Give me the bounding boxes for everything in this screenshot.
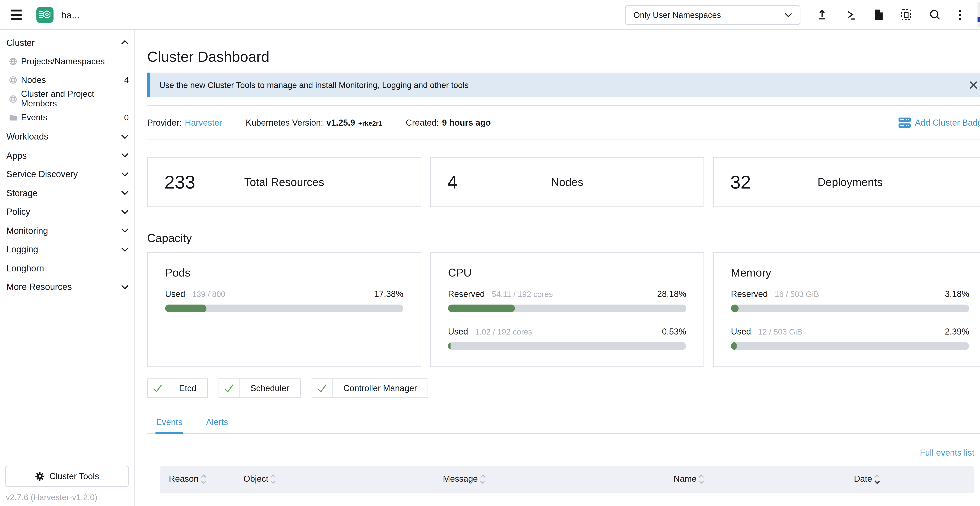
sidebar-item-events[interactable]: Events 0	[0, 108, 134, 127]
progress-fill	[731, 304, 738, 312]
sidebar-group-label: Logging	[6, 244, 38, 255]
nodes-card: 4 Nodes	[430, 158, 704, 207]
memory-reserved-metric: Reserved 16 / 503 GiB 3.18%	[731, 289, 969, 312]
memory-used-metric: Used 12 / 503 GiB 2.39%	[731, 327, 969, 350]
metric-percent: 3.18%	[945, 289, 969, 299]
column-header-date[interactable]: Date	[854, 474, 880, 484]
sidebar-group-logging[interactable]: Logging	[0, 240, 134, 259]
search-icon[interactable]	[929, 9, 940, 21]
user-avatar[interactable]	[977, 2, 980, 27]
sidebar-group-apps[interactable]: Apps	[0, 146, 134, 165]
kebab-menu-icon[interactable]	[958, 9, 962, 20]
metric-detail: 1.02 / 192 cores	[475, 328, 532, 336]
close-icon[interactable]	[969, 81, 977, 89]
provider-link[interactable]: Harvester	[185, 118, 222, 127]
capacity-section-title: Capacity	[147, 232, 980, 245]
created-label: Created:	[406, 118, 439, 127]
version-text: v2.7.6 (Harvester-v1.2.0)	[6, 492, 97, 502]
sidebar-item-nodes[interactable]: Nodes 4	[0, 71, 134, 89]
column-label: Reason	[169, 474, 199, 484]
metric-percent: 2.39%	[945, 327, 969, 336]
sidebar-item-longhorn[interactable]: Longhorn	[0, 259, 134, 277]
sidebar-group-label: Apps	[6, 150, 27, 160]
progress-fill	[165, 304, 207, 312]
deployments-card: 32 Deployments	[713, 158, 980, 207]
metric-percent: 17.38%	[374, 289, 403, 299]
metric-label: Used	[731, 327, 751, 336]
sidebar-group-label: Storage	[6, 188, 38, 198]
total-resources-label: Total Resources	[148, 176, 421, 189]
cluster-tools-button[interactable]: Cluster Tools	[5, 466, 129, 487]
sort-icon	[698, 474, 704, 484]
sidebar-group-service-discovery[interactable]: Service Discovery	[0, 165, 134, 183]
progress-bar	[165, 304, 403, 312]
cluster-name[interactable]: ha...	[61, 9, 80, 20]
chevron-down-icon	[121, 172, 129, 177]
pods-used-metric: Used 139 / 800 17.38%	[165, 289, 403, 312]
metric-label: Used	[448, 327, 468, 336]
info-banner: Use the new Cluster Tools to manage and …	[147, 73, 980, 97]
tab-alerts[interactable]: Alerts	[206, 413, 228, 433]
chevron-down-icon	[121, 210, 129, 214]
chevron-down-icon	[121, 247, 129, 251]
metric-percent: 28.18%	[657, 289, 686, 299]
kubeconfig-icon[interactable]	[901, 9, 911, 21]
cpu-capacity-card: CPU Reserved 54.11 / 192 cores 28.18% Us…	[430, 252, 704, 367]
sidebar-group-label: Longhorn	[6, 263, 44, 273]
column-header-name[interactable]: Name	[674, 474, 854, 484]
kubernetes-version-info: Kubernetes Version: v1.25.9 +rke2r1	[246, 118, 382, 127]
sidebar-group-label: Monitoring	[6, 225, 48, 235]
globe-icon	[9, 57, 17, 65]
column-header-object[interactable]: Object	[243, 474, 443, 484]
kubectl-shell-icon[interactable]	[846, 9, 856, 20]
column-label: Name	[674, 474, 697, 484]
events-section: Events Alerts Full events list Reason Ob…	[147, 413, 980, 492]
full-events-list-link[interactable]: Full events list	[920, 448, 974, 458]
sidebar-group-label: Policy	[6, 207, 30, 217]
column-header-message[interactable]: Message	[443, 474, 674, 484]
sidebar-group-more-resources[interactable]: More Resources	[0, 277, 134, 296]
metric-label: Used	[165, 289, 185, 299]
scheduler-status-badge: Scheduler	[218, 379, 301, 398]
progress-bar	[448, 342, 686, 350]
deployments-label: Deployments	[714, 176, 980, 189]
sidebar-item-label: Cluster and Project Members	[21, 89, 125, 108]
sidebar-group-workloads[interactable]: Workloads	[0, 127, 134, 146]
column-label: Object	[243, 474, 268, 484]
sidebar-group-storage[interactable]: Storage	[0, 183, 134, 202]
column-label: Date	[854, 474, 872, 484]
sort-icon-descending	[874, 474, 880, 484]
nodes-label: Nodes	[431, 176, 704, 189]
hamburger-menu-icon[interactable]	[11, 10, 22, 20]
docs-icon[interactable]	[874, 9, 883, 21]
chevron-up-icon	[121, 40, 129, 45]
created-info: Created: 9 hours ago	[406, 118, 491, 127]
sidebar-group-policy[interactable]: Policy	[0, 202, 134, 221]
item-count: 4	[124, 75, 129, 85]
metric-percent: 0.53%	[662, 327, 686, 336]
sort-icon	[480, 474, 485, 484]
column-header-reason[interactable]: Reason	[160, 474, 243, 484]
sidebar-group-label: More Resources	[6, 282, 72, 292]
memory-card-title: Memory	[731, 266, 969, 280]
capacity-cards: Pods Used 139 / 800 17.38% CPU Res	[147, 252, 980, 367]
tab-events[interactable]: Events	[156, 413, 183, 433]
item-count: 0	[124, 113, 129, 123]
harvester-cluster-dashboard: ha... Only User Namespaces	[0, 0, 980, 506]
sidebar-group-cluster[interactable]: Cluster	[0, 33, 134, 52]
sidebar-group-monitoring[interactable]: Monitoring	[0, 221, 134, 240]
sidebar-item-cluster-and-project-members[interactable]: Cluster and Project Members	[0, 89, 134, 108]
progress-fill	[448, 304, 515, 312]
sidebar-item-projects-namespaces[interactable]: Projects/Namespaces	[0, 52, 134, 71]
metric-detail: 16 / 503 GiB	[775, 290, 819, 299]
sort-icon	[270, 474, 276, 484]
component-label: Etcd	[168, 383, 207, 393]
metric-label: Reserved	[731, 289, 768, 299]
upload-icon[interactable]	[816, 9, 828, 21]
metric-detail: 54.11 / 192 cores	[492, 290, 553, 299]
add-cluster-badge-button[interactable]: Add Cluster Badge	[898, 117, 980, 128]
created-value: 9 hours ago	[442, 118, 491, 127]
main-content: Cluster Dashboard Use the new Cluster To…	[135, 29, 980, 506]
namespace-filter-dropdown[interactable]: Only User Namespaces	[625, 5, 800, 24]
harvester-logo[interactable]	[36, 7, 54, 22]
